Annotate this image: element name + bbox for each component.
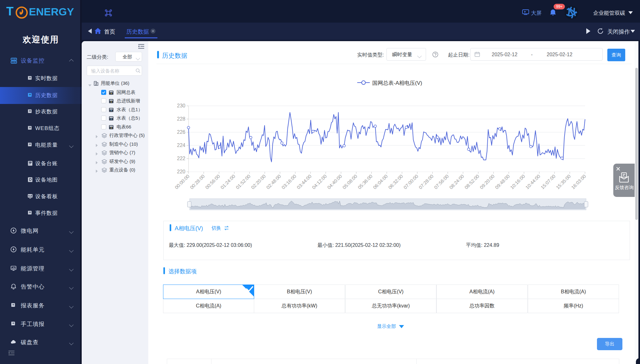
svg-text:06:04:00: 06:04:00 [372, 173, 389, 190]
svg-text:06:32:00: 06:32:00 [387, 173, 404, 190]
svg-text:222: 222 [177, 156, 185, 161]
svg-text:05:36:00: 05:36:00 [357, 173, 373, 190]
svg-text:01:52:00: 01:52:00 [235, 173, 251, 190]
svg-text:07:28:00: 07:28:00 [418, 173, 434, 190]
svg-text:09:20:00: 09:20:00 [479, 173, 495, 190]
svg-text:228: 228 [177, 116, 185, 122]
svg-text:224: 224 [177, 143, 185, 148]
svg-text:230: 230 [177, 103, 185, 108]
svg-text:05:08:00: 05:08:00 [342, 173, 358, 190]
svg-text:226: 226 [177, 129, 185, 135]
svg-text:04:12:00: 04:12:00 [311, 173, 328, 190]
svg-text:03:16:00: 03:16:00 [281, 173, 297, 190]
svg-text:08:24:00: 08:24:00 [448, 173, 465, 190]
svg-text:220: 220 [177, 169, 185, 174]
svg-text:08:52:00: 08:52:00 [463, 173, 480, 190]
svg-text:09:48:00: 09:48:00 [494, 173, 511, 190]
svg-text:00:00:00: 00:00:00 [174, 173, 190, 190]
svg-text:16:03:00: 16:03:00 [570, 173, 587, 190]
svg-text:02:20:00: 02:20:00 [250, 173, 267, 190]
svg-text:03:44:00: 03:44:00 [296, 173, 312, 190]
svg-text:04:40:00: 04:40:00 [326, 173, 343, 190]
svg-text:00:56:00: 00:56:00 [204, 173, 221, 190]
svg-text:02:48:00: 02:48:00 [265, 173, 282, 190]
svg-text:10:44:00: 10:44:00 [524, 173, 541, 190]
svg-text:01:24:00: 01:24:00 [219, 173, 236, 190]
svg-text:00:28:00: 00:28:00 [189, 173, 205, 190]
svg-text:15:07:00: 15:07:00 [540, 173, 556, 190]
svg-text:10:16:00: 10:16:00 [509, 173, 526, 190]
svg-text:07:00:00: 07:00:00 [402, 173, 419, 190]
svg-text:07:56:00: 07:56:00 [433, 173, 450, 190]
svg-text:15:35:00: 15:35:00 [555, 173, 572, 190]
